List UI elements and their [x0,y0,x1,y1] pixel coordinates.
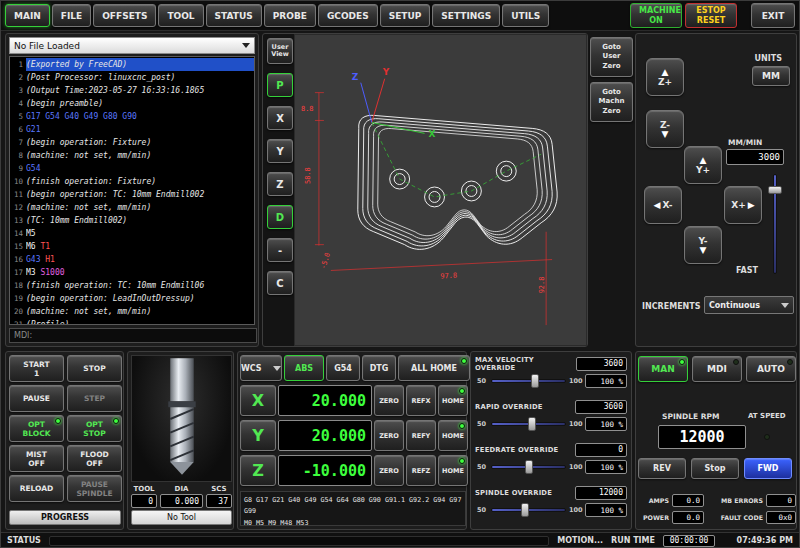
gcode-line[interactable]: 9G54 [10,162,254,175]
gcode-line[interactable]: 7(begin operation: Fixture) [10,136,254,149]
jog-z-minus-button[interactable]: Z-▼ [646,110,684,148]
override-slider[interactable] [491,503,566,517]
slider-handle[interactable] [521,503,529,517]
gcode-line[interactable]: 5G17 G54 G40 G49 G80 G90 [10,110,254,123]
estop-reset-button[interactable]: ESTOP RESET [685,3,737,28]
gcode-line[interactable]: 17M3 S1000 [10,266,254,279]
jog-x-minus-button[interactable]: ◀X- [644,186,682,224]
machine-on-button[interactable]: MACHINE ON [630,3,682,28]
zero-y-button[interactable]: ZERO [374,420,404,451]
gcode-line[interactable]: 20(machine: not set, mm/min) [10,305,254,318]
menu-tab-settings[interactable]: SETTINGS [432,4,500,27]
view-x-button[interactable]: X [267,106,293,130]
file-selector[interactable]: No File Loaded [9,37,255,54]
home-z-button[interactable]: HOME [438,455,468,486]
jog-z-plus-button[interactable]: ▲Z+ [646,58,684,96]
view-d-button[interactable]: D [267,205,293,229]
increments-select[interactable]: Continuous [704,296,794,314]
view-z-button[interactable]: Z [267,172,293,196]
backplot-canvas[interactable]: X Y Z 8.8 58.8 -5.0 97.8 92. [294,34,587,346]
jog-y-plus-button[interactable]: ▲Y+ [684,146,722,184]
gcode-line[interactable]: 3(Output Time:2023-05-27 16:33:16.1865 [10,84,254,97]
step-button[interactable]: STEP [67,385,122,412]
gcode-line[interactable]: 11(begin operation: TC: 10mm Endmill002 [10,188,254,201]
gcode-line[interactable]: 21(Profile) [10,318,254,325]
home-x-button[interactable]: HOME [438,385,468,416]
override-slider[interactable] [491,460,566,474]
goto-machine-zero-button[interactable]: Goto Machn Zero [590,82,633,122]
slider-handle[interactable] [528,417,536,431]
mode-man-button[interactable]: MAN [638,356,688,382]
jog-speed-slider[interactable] [768,174,782,274]
pause-spindle-button[interactable]: PAUSE SPINDLE [67,475,122,502]
menu-tab-setup[interactable]: SETUP [380,4,431,27]
override-slider[interactable] [491,417,566,431]
gcode-line[interactable]: 19(begin operation: LeadInOutDressup) [10,292,254,305]
menu-tab-gcodes[interactable]: GCODES [318,4,378,27]
zero-x-button[interactable]: ZERO [374,385,404,416]
menu-tab-main[interactable]: MAIN [5,4,50,27]
gcode-line[interactable]: 18(finish operation: TC: 10mm Endmill06 [10,279,254,292]
reload-button[interactable]: RELOAD [9,475,64,502]
start-button[interactable]: START 1 [9,355,64,382]
menu-tab-status[interactable]: STATUS [206,4,262,27]
gcode-line[interactable]: 6G21 [10,123,254,136]
spindle-stop-button[interactable]: Stop [691,458,739,479]
stop-button[interactable]: STOP [67,355,122,382]
view-minus-button[interactable]: - [267,238,293,262]
dtg-button[interactable]: DTG [362,355,396,381]
gcode-line[interactable]: 15M6 T1 [10,240,254,253]
view-user-view-button[interactable]: User View [267,38,293,64]
mode-mdi-button[interactable]: MDI [692,356,742,382]
opt-block-button[interactable]: OPT BLOCK [9,415,64,442]
menu-tab-probe[interactable]: PROBE [264,4,316,27]
mode-auto-button[interactable]: AUTO [746,356,796,382]
gcode-line[interactable]: 16G43 H1 [10,253,254,266]
gcode-line[interactable]: 13(TC: 10mm Endmill002) [10,214,254,227]
jog-x-plus-button[interactable]: X+▶ [724,186,762,224]
dim-bottom: 97.8 [440,272,457,281]
gcode-line[interactable]: 1(Exported by FreeCAD) [10,58,254,71]
all-home-button[interactable]: ALL HOME [398,355,470,381]
gcode-line[interactable]: 8(machine: not set, mm/min) [10,149,254,162]
view-p-button[interactable]: P [267,73,293,97]
slider-handle[interactable] [768,186,782,194]
spindle-fwd-button[interactable]: FWD [744,458,792,479]
pause-button[interactable]: PAUSE [9,385,64,412]
exit-button[interactable]: EXIT [751,3,795,28]
gcode-line[interactable]: 10(finish operation: Fixture) [10,175,254,188]
abs-button[interactable]: ABS [284,355,324,381]
gcode-line[interactable]: 2(Post Processor: linuxcnc_post) [10,71,254,84]
override-slider[interactable] [491,374,566,388]
slider-handle[interactable] [531,374,539,388]
g54-button[interactable]: G54 [326,355,360,381]
menu-tab-tool[interactable]: TOOL [158,4,203,27]
line-number: 5 [10,110,26,123]
axis-x-button[interactable]: X [240,385,276,416]
axis-z-button[interactable]: Z [240,455,276,486]
wcs-button[interactable]: WCS [240,355,282,381]
mdi-input[interactable] [9,328,257,343]
zero-z-button[interactable]: ZERO [374,455,404,486]
mist-button[interactable]: MIST OFF [9,445,64,472]
gcode-line[interactable]: 12(machine: not set, mm/min) [10,201,254,214]
ref-x-button[interactable]: REFX [406,385,436,416]
menu-tab-file[interactable]: FILE [52,4,91,27]
flood-button[interactable]: FLOOD OFF [67,445,122,472]
slider-handle[interactable] [525,460,533,474]
view-y-button[interactable]: Y [267,139,293,163]
view-c-button[interactable]: C [267,271,293,295]
gcode-viewer[interactable]: 1(Exported by FreeCAD)2(Post Processor: … [9,56,255,325]
gcode-line[interactable]: 14M5 [10,227,254,240]
menu-tab-utils[interactable]: UTILS [502,4,549,27]
menu-tab-offsets[interactable]: OFFSETS [93,4,156,27]
jog-y-minus-button[interactable]: Y-▼ [684,226,722,264]
ref-y-button[interactable]: REFY [406,420,436,451]
goto-user-zero-button[interactable]: Goto User Zero [590,37,633,77]
ref-z-button[interactable]: REFZ [406,455,436,486]
opt-stop-button[interactable]: OPT STOP [67,415,122,442]
home-y-button[interactable]: HOME [438,420,468,451]
axis-y-button[interactable]: Y [240,420,276,451]
gcode-line[interactable]: 4(begin preamble) [10,97,254,110]
spindle-rev-button[interactable]: REV [638,458,686,479]
